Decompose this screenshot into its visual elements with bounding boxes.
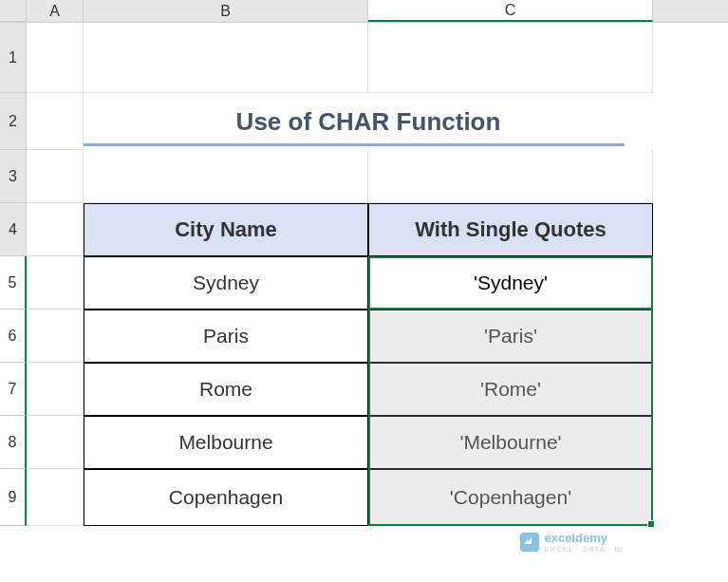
header-city[interactable]: City Name [84,203,368,256]
cell-city-0[interactable]: Sydney [84,256,368,310]
cell-a2[interactable] [27,93,84,150]
cell-a9[interactable] [27,469,84,526]
cell-city-1[interactable]: Paris [84,310,368,363]
title-cell[interactable]: Use of CHAR Function [84,93,653,150]
cell-a3[interactable] [27,150,84,203]
cell-quoted-2[interactable]: 'Rome' [368,363,653,416]
cell-a4[interactable] [27,203,84,256]
watermark-brand: exceldemy [544,531,607,545]
row-header-4[interactable]: 4 [0,203,27,256]
watermark-tagline: EXCEL · DATA · BI [544,545,624,554]
row-8: 8 Melbourne 'Melbourne' [0,416,728,469]
watermark-text: exceldemy EXCEL · DATA · BI [544,531,624,554]
cell-a5[interactable] [27,256,84,310]
col-header-c[interactable]: C [368,0,653,22]
select-all-corner[interactable] [0,0,27,22]
cell-a6[interactable] [27,310,84,363]
row-2: 2 Use of CHAR Function [0,93,728,150]
row-6: 6 Paris 'Paris' [0,310,728,363]
cell-quoted-3[interactable]: 'Melbourne' [368,416,653,469]
spreadsheet-grid: A B C 1 2 Use of CHAR Function 3 4 City … [0,0,728,582]
cell-c1[interactable] [368,23,653,93]
row-header-8[interactable]: 8 [0,416,27,469]
cell-b1[interactable] [84,23,368,93]
watermark: exceldemy EXCEL · DATA · BI [520,531,624,554]
cell-city-3[interactable]: Melbourne [84,416,368,469]
row-header-9[interactable]: 9 [0,469,27,526]
row-header-2[interactable]: 2 [0,93,27,150]
cell-quoted-0[interactable] [368,256,653,310]
row-7: 7 Rome 'Rome' [0,363,728,416]
column-headers: A B C [0,0,728,23]
row-header-5[interactable]: 5 [0,256,27,310]
row-header-7[interactable]: 7 [0,363,27,416]
cell-quoted-4[interactable]: 'Copenhagen' [368,469,653,526]
cell-quoted-1[interactable]: 'Paris' [368,310,653,363]
header-quoted[interactable]: With Single Quotes [368,203,653,256]
row-header-6[interactable]: 6 [0,310,27,363]
title-text: Use of CHAR Function [84,107,653,137]
col-header-a[interactable]: A [27,0,84,22]
cell-a1[interactable] [27,23,84,93]
watermark-icon [520,533,539,552]
col-header-b[interactable]: B [84,0,368,22]
cell-b3[interactable] [84,150,368,203]
cell-a7[interactable] [27,363,84,416]
row-header-3[interactable]: 3 [0,150,27,203]
cell-city-2[interactable]: Rome [84,363,368,416]
row-3: 3 [0,150,728,203]
row-9: 9 Copenhagen 'Copenhagen' [0,469,728,526]
title-underline [84,143,625,146]
row-5: 5 Sydney [0,256,728,310]
row-4: 4 City Name With Single Quotes [0,203,728,256]
cell-a8[interactable] [27,416,84,469]
cell-city-4[interactable]: Copenhagen [84,469,368,526]
row-1: 1 [0,23,728,93]
cell-c3[interactable] [368,150,653,203]
row-header-1[interactable]: 1 [0,23,27,93]
